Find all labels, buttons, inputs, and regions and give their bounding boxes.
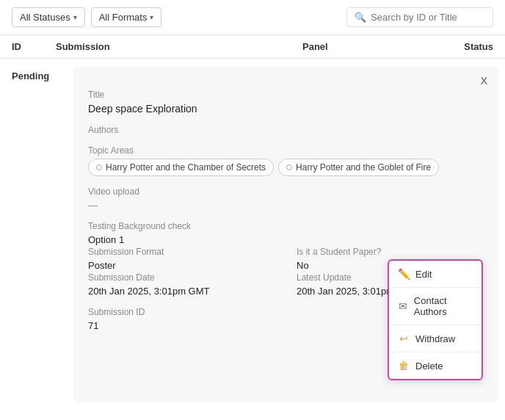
authors-label: Authors <box>88 125 483 135</box>
search-input[interactable] <box>371 12 485 23</box>
tag-dot-icon <box>96 164 102 170</box>
delete-menu-item[interactable]: 🗑 Delete <box>389 352 482 379</box>
topic-tag-1-label: Harry Potter and the Chamber of Secrets <box>106 162 266 173</box>
search-icon: 🔍 <box>355 12 366 23</box>
col-submission-header: Submission <box>56 41 302 52</box>
submission-date-label: Submission Date <box>88 272 275 283</box>
filter1-label: All Statuses <box>20 12 70 23</box>
title-label: Title <box>88 90 483 100</box>
submission-date-col: Submission Date 20th Jan 2025, 3:01pm GM… <box>88 272 275 297</box>
detail-panel: X Title Deep space Exploration Authors T… <box>73 66 498 402</box>
topic-tags: Harry Potter and the Chamber of Secrets … <box>88 159 483 176</box>
video-upload-label: Video upload <box>88 187 483 197</box>
all-statuses-filter[interactable]: All Statuses ▾ <box>12 7 85 27</box>
topic-tag-1: Harry Potter and the Chamber of Secrets <box>88 159 274 176</box>
tag-dot-icon <box>286 164 292 170</box>
table-header: ID Submission Panel Status <box>0 35 505 59</box>
close-button[interactable]: X <box>481 75 487 87</box>
contact-label: Contact Authors <box>414 295 473 317</box>
envelope-icon: ✉ <box>398 300 408 312</box>
submission-format-col: Submission Format Poster <box>88 247 275 271</box>
edit-icon: ✏️ <box>398 268 410 280</box>
delete-label: Delete <box>415 361 443 372</box>
title-value: Deep space Exploration <box>88 103 483 115</box>
col-id-header: ID <box>12 41 56 52</box>
toolbar: All Statuses ▾ All Formats ▾ 🔍 <box>0 0 505 35</box>
testing-value: Option 1 <box>88 234 483 245</box>
context-menu: ✏️ Edit ✉ Contact Authors ↩ Withdraw 🗑 D… <box>388 259 483 380</box>
pending-label: Pending <box>12 70 49 82</box>
chevron-down-icon: ▾ <box>150 13 153 21</box>
col-status-header: Status <box>435 41 493 52</box>
edit-menu-item[interactable]: ✏️ Edit <box>389 261 482 288</box>
submission-format-value: Poster <box>88 260 275 271</box>
submission-date-value: 20th Jan 2025, 3:01pm GMT <box>88 286 275 297</box>
student-paper-label: Is it a Student Paper? <box>297 247 483 257</box>
contact-authors-menu-item[interactable]: ✉ Contact Authors <box>389 288 482 325</box>
col-panel-header: Panel <box>302 41 435 52</box>
video-upload-value: — <box>88 200 483 211</box>
topic-tag-2-label: Harry Potter and the Goblet of Fire <box>296 162 431 173</box>
trash-icon: 🗑 <box>398 360 410 372</box>
search-box: 🔍 <box>346 7 493 27</box>
topic-tag-2: Harry Potter and the Goblet of Fire <box>278 159 439 176</box>
withdraw-icon: ↩ <box>398 333 410 344</box>
filter2-label: All Formats <box>99 12 148 23</box>
all-formats-filter[interactable]: All Formats ▾ <box>91 7 162 27</box>
chevron-down-icon: ▾ <box>73 13 77 21</box>
topic-areas-label: Topic Areas <box>88 145 483 156</box>
withdraw-label: Withdraw <box>415 333 455 344</box>
edit-label: Edit <box>415 269 432 280</box>
withdraw-menu-item[interactable]: ↩ Withdraw <box>389 325 482 352</box>
sidebar: Pending <box>0 59 73 410</box>
testing-label: Testing Background check <box>88 221 483 231</box>
main-content: Pending X Title Deep space Exploration A… <box>0 59 505 410</box>
submission-format-label: Submission Format <box>88 247 275 257</box>
